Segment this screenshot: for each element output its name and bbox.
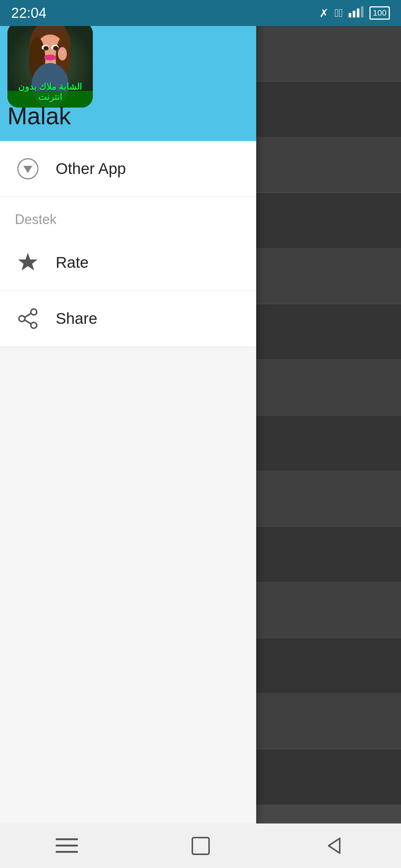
bg-row — [256, 415, 401, 471]
background-list — [256, 26, 401, 823]
other-app-icon — [15, 156, 41, 182]
bg-row — [256, 193, 401, 249]
svg-rect-2 — [357, 9, 359, 17]
bg-row — [256, 26, 401, 82]
bg-row — [256, 82, 401, 137]
svg-rect-27 — [56, 845, 78, 846]
svg-rect-28 — [56, 851, 78, 853]
rate-label: Rate — [56, 254, 89, 272]
svg-marker-19 — [23, 166, 32, 173]
bg-row — [256, 749, 401, 805]
svg-line-24 — [25, 313, 31, 317]
menu-button[interactable] — [52, 831, 82, 861]
status-time: 22:04 — [11, 5, 46, 21]
app-icon-inner: الشابة ملاك بدون انترنت — [7, 22, 93, 108]
signal-icon — [349, 6, 363, 20]
svg-point-13 — [44, 55, 56, 60]
bg-row — [256, 471, 401, 527]
svg-point-11 — [43, 46, 49, 50]
bg-row — [256, 582, 401, 638]
mute-icon: 🔔⃠ — [335, 7, 343, 19]
bg-row — [256, 360, 401, 415]
status-bar: 22:04 ✗ 🔔⃠ 100 — [0, 0, 401, 26]
battery-icon: 100 — [369, 6, 390, 20]
navigation-drawer[interactable]: الشابة ملاك بدون انترنت Malak Other App … — [0, 0, 256, 868]
background-panel — [256, 0, 401, 868]
share-icon — [15, 306, 41, 332]
app-icon-text: الشابة ملاك بدون انترنت — [7, 82, 93, 102]
svg-rect-1 — [353, 11, 355, 17]
other-app-item[interactable]: Other App — [0, 141, 256, 197]
svg-point-23 — [19, 316, 25, 322]
svg-point-21 — [31, 309, 37, 315]
svg-rect-16 — [61, 51, 64, 53]
rate-item[interactable]: Rate — [0, 235, 256, 291]
rate-icon — [15, 250, 41, 276]
other-app-label: Other App — [56, 160, 126, 178]
bg-row — [256, 527, 401, 582]
svg-point-22 — [31, 322, 37, 328]
destek-section-title: Destek — [15, 212, 56, 227]
share-item[interactable]: Share — [0, 291, 256, 347]
svg-marker-20 — [19, 253, 37, 270]
bg-row — [256, 249, 401, 304]
svg-rect-0 — [349, 13, 351, 17]
bg-row — [256, 137, 401, 193]
back-button[interactable] — [319, 831, 349, 861]
share-label: Share — [56, 310, 97, 328]
bluetooth-icon: ✗ — [319, 7, 329, 20]
bg-row — [256, 694, 401, 749]
status-icons: ✗ 🔔⃠ 100 — [319, 6, 390, 20]
home-button[interactable] — [186, 831, 215, 861]
drawer-menu: Other App Destek Rate — [0, 141, 256, 347]
svg-rect-26 — [56, 838, 78, 840]
svg-rect-29 — [192, 838, 209, 854]
bg-row — [256, 638, 401, 694]
app-title: Malak — [7, 102, 71, 130]
svg-marker-30 — [329, 838, 340, 853]
section-header-destek: Destek — [0, 197, 256, 235]
bg-row — [256, 304, 401, 360]
svg-point-12 — [53, 46, 58, 50]
svg-rect-3 — [361, 6, 363, 17]
app-icon: الشابة ملاك بدون انترنت — [7, 22, 93, 108]
svg-point-15 — [58, 47, 67, 60]
navigation-bar — [0, 823, 401, 868]
svg-line-25 — [25, 320, 31, 324]
